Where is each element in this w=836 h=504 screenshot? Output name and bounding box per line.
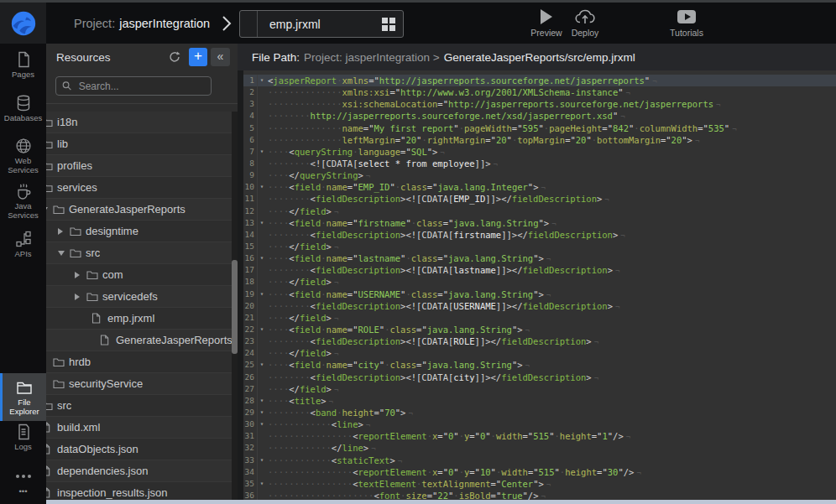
- tree-item-src[interactable]: src: [46, 242, 238, 264]
- add-resource-button[interactable]: +: [189, 48, 207, 66]
- code-line-25[interactable]: 25 ▾ ····<field·name="city"·class="java.…: [243, 359, 836, 371]
- code-text: ············<staticText>¬: [266, 455, 402, 466]
- code-line-21[interactable]: 21 ····</field>¬: [243, 312, 836, 324]
- fold-toggle-icon[interactable]: ▾: [258, 407, 266, 418]
- code-line-33[interactable]: 33 ▾ ············<staticText>¬: [243, 455, 836, 466]
- sidebar-item-file-explorer[interactable]: File Explorer: [0, 373, 46, 421]
- tutorials-button[interactable]: Tutorials: [666, 8, 707, 38]
- code-line-14[interactable]: 14 ········<fieldDescription><![CDATA[fi…: [243, 229, 836, 241]
- code-line-35[interactable]: 35 ▾ ················<textElement·textAl…: [243, 478, 836, 490]
- fold-toggle-icon[interactable]: ▾: [258, 478, 266, 490]
- tree-item-generatejasperreports-s[interactable]: GenerateJasperReports.s: [46, 330, 238, 351]
- fold-toggle-icon[interactable]: ▾: [258, 252, 266, 264]
- open-file-tab[interactable]: emp.jrxml: [239, 10, 404, 38]
- fold-toggle-icon[interactable]: ▾: [258, 75, 266, 86]
- sidebar-item-web-services[interactable]: Web Services: [0, 137, 46, 174]
- code-line-29[interactable]: 29 ▾ ········<band·height="70">¬: [243, 407, 836, 418]
- fold-toggle-icon[interactable]: ▾: [258, 418, 266, 430]
- code-line-5[interactable]: 5 ··············name="My first report"·p…: [243, 122, 836, 134]
- code-line-13[interactable]: 13 ▾ ····<field·name="firstname"·class="…: [243, 217, 836, 229]
- tree-item-securityservice[interactable]: securityService: [46, 373, 238, 395]
- code-line-8[interactable]: 8 ········<![CDATA[select * from employe…: [243, 158, 836, 169]
- fold-toggle-icon[interactable]: ▾: [258, 324, 266, 335]
- fold-toggle-icon[interactable]: ▾: [258, 146, 266, 158]
- code-line-19[interactable]: 19 ▾ ····<field·name="USERNAME"·class="j…: [243, 288, 836, 300]
- tree-item-com[interactable]: com: [46, 264, 238, 286]
- tree-scrollbar-thumb[interactable]: [232, 260, 238, 354]
- expand-expand-arrow-icon[interactable]: [75, 294, 86, 300]
- code-line-2[interactable]: 2 ··············xmlns:xsi="http://www.w3…: [243, 86, 836, 98]
- tree-item-profiles[interactable]: profiles: [46, 155, 238, 177]
- code-line-9[interactable]: 9 ····</queryString>¬: [243, 169, 836, 181]
- sidebar-item-java-services[interactable]: Java Services: [0, 182, 46, 220]
- code-line-1[interactable]: 1 ▾ <jasperReport·xmlns="http://jasperre…: [243, 75, 836, 86]
- code-editor[interactable]: 1 ▾ <jasperReport·xmlns="http://jasperre…: [243, 70, 836, 504]
- code-line-26[interactable]: 26 ········<fieldDescription><![CDATA[ci…: [243, 372, 836, 383]
- tree-item-designtime[interactable]: designtime: [46, 221, 238, 242]
- code-line-24[interactable]: 24 ····</field>¬: [243, 347, 836, 359]
- tree-item-dataobjects-json[interactable]: dataObjects.json: [46, 439, 238, 460]
- code-line-7[interactable]: 7 ▾ ····<queryString·language="SQL">¬: [243, 146, 836, 158]
- fold-toggle-icon[interactable]: ▾: [258, 395, 266, 407]
- expand-collapse-arrow-icon[interactable]: [58, 251, 70, 256]
- code-line-20[interactable]: 20 ········<fieldDescription><![CDATA[US…: [243, 300, 836, 312]
- expand-collapse-arrow-icon[interactable]: [46, 207, 53, 212]
- tree-item-servicedefs[interactable]: servicedefs: [46, 286, 238, 308]
- tree-item-emp-jrxml[interactable]: emp.jrxml: [46, 308, 238, 330]
- tree-item-dependencies-json[interactable]: dependencies.json: [46, 460, 238, 482]
- dashboard-grid-icon[interactable]: [382, 18, 395, 31]
- deploy-button[interactable]: Deploy: [565, 8, 605, 38]
- expand-expand-arrow-icon[interactable]: [58, 228, 70, 235]
- code-line-3[interactable]: 3 ··············xsi:schemaLocation="http…: [243, 98, 836, 110]
- search-box[interactable]: [55, 76, 212, 96]
- sidebar-item-logs[interactable]: Logs: [0, 423, 46, 452]
- code-line-32[interactable]: 32 ············</line>¬: [243, 442, 836, 454]
- code-line-31[interactable]: 31 ················<reportElement·x="0"·…: [243, 430, 836, 442]
- code-line-15[interactable]: 15 ····</field>¬: [243, 241, 836, 252]
- fold-gutter: [258, 98, 266, 110]
- app-logo[interactable]: [0, 3, 46, 44]
- code-line-12[interactable]: 12 ····</field>¬: [243, 205, 836, 217]
- fold-toggle-icon[interactable]: ▾: [258, 455, 266, 466]
- expand-expand-arrow-icon[interactable]: [46, 359, 53, 366]
- preview-button[interactable]: Preview: [526, 8, 567, 38]
- tree-item-src[interactable]: src: [46, 395, 238, 417]
- search-input[interactable]: [77, 80, 205, 93]
- code-line-22[interactable]: 22 ▾ ····<field·name="ROLE"·class="java.…: [243, 324, 836, 335]
- sidebar-item-databases[interactable]: Databases: [0, 94, 46, 123]
- code-line-10[interactable]: 10 ▾ ····<field·name="EMP_ID"·class="jav…: [243, 181, 836, 193]
- code-line-30[interactable]: 30 ▾ ············<line>¬: [243, 418, 836, 430]
- expand-expand-arrow-icon[interactable]: [46, 381, 53, 387]
- sidebar-item-more[interactable]: •••: [0, 467, 46, 496]
- fold-toggle-icon[interactable]: ▾: [258, 288, 266, 300]
- code-line-4[interactable]: 4 ········http://jasperreports.sourcefor…: [243, 110, 836, 122]
- fold-toggle-icon[interactable]: ▾: [258, 181, 266, 193]
- tree-item-hrdb[interactable]: hrdb: [46, 351, 238, 373]
- sidebar-item-apis[interactable]: APIs: [0, 230, 46, 259]
- fold-toggle-icon[interactable]: ▾: [258, 359, 266, 371]
- refresh-button[interactable]: [166, 49, 183, 65]
- tree-item-services[interactable]: services: [46, 177, 238, 199]
- code-line-17[interactable]: 17 ········<fieldDescription><![CDATA[la…: [243, 264, 836, 276]
- expand-expand-arrow-icon[interactable]: [75, 272, 86, 278]
- line-number: 8: [243, 158, 258, 169]
- tree-item-build-xml[interactable]: build.xml: [46, 417, 238, 439]
- code-line-28[interactable]: 28 ▾ ····<title>¬: [243, 395, 836, 407]
- fold-toggle-icon[interactable]: ▾: [258, 217, 266, 229]
- horizontal-scrollbar[interactable]: [46, 500, 836, 504]
- collapse-panel-button[interactable]: «: [211, 48, 230, 66]
- tree-item-lib[interactable]: lib: [46, 133, 238, 155]
- code-line-16[interactable]: 16 ▾ ····<field·name="lastname"·class="j…: [243, 252, 836, 264]
- code-line-34[interactable]: 34 ················<reportElement·x="0"·…: [243, 466, 836, 478]
- code-line-18[interactable]: 18 ····</field>¬: [243, 276, 836, 288]
- code-line-23[interactable]: 23 ········<fieldDescription><![CDATA[RO…: [243, 335, 836, 347]
- tree-item-i18n[interactable]: i18n: [46, 112, 238, 133]
- code-line-11[interactable]: 11 ········<fieldDescription><![CDATA[EM…: [243, 193, 836, 205]
- code-text: ····</field>¬: [266, 312, 338, 324]
- panel-editor-divider: [238, 70, 243, 504]
- sidebar-item-pages[interactable]: Pages: [0, 50, 46, 80]
- line-number: 3: [243, 98, 258, 110]
- code-line-6[interactable]: 6 ··············leftMargin="20"·rightMar…: [243, 134, 836, 146]
- tree-item-generatejasperreports[interactable]: GenerateJasperReports: [46, 199, 238, 221]
- code-line-27[interactable]: 27 ····</field>¬: [243, 383, 836, 395]
